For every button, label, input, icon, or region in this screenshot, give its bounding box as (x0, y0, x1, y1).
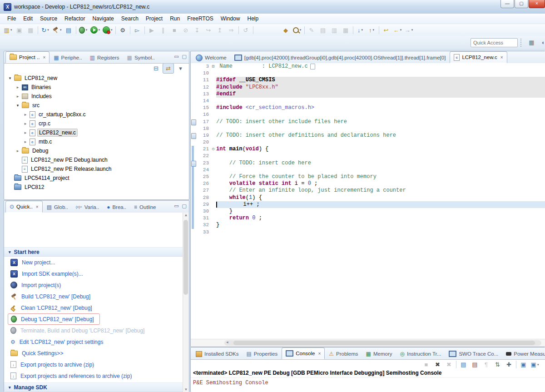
tab-problems[interactable]: ⚠Problems (325, 348, 362, 359)
tab-breakpoints[interactable]: ●Brea.. (103, 202, 130, 213)
menu-project[interactable]: Project (142, 15, 166, 23)
line-number[interactable]: 31 (197, 215, 210, 222)
menu-refactor[interactable]: Refactor (61, 15, 89, 23)
last-edit-location-button[interactable]: ↩ (381, 25, 392, 35)
code-text[interactable]: // TODO: insert other definitions and de… (216, 132, 545, 139)
line-number[interactable]: 33 (197, 229, 210, 236)
code-line-33[interactable]: 33 (191, 229, 545, 236)
line-number[interactable]: 32 (197, 222, 210, 228)
code-text[interactable]: int main(void) { (216, 146, 545, 153)
expander-icon[interactable]: ▸ (15, 85, 20, 89)
tree-item-mtb-c[interactable]: ▸cmtb.c (6, 137, 189, 146)
menu-search[interactable]: Search (118, 15, 142, 23)
remove-launch-button[interactable]: ✖ (432, 359, 443, 370)
select-tool-button[interactable]: ▻ (132, 25, 143, 35)
code-text[interactable]: #ifdef __USE_CMSIS (216, 77, 545, 84)
cpp-perspective-button[interactable]: ◖ (537, 37, 545, 48)
back-button[interactable]: ←▾ (392, 25, 403, 35)
tree-item-lcp812-new-pe-release-launch[interactable]: ≡LCP812_new PE Release.launch (6, 164, 189, 174)
qs-item-quick-settings[interactable]: Quick Settings>> (10, 347, 183, 359)
build-all-button[interactable]: ▤ (63, 25, 74, 35)
code-text[interactable]: // TODO: insert other include files here (216, 119, 545, 125)
menu-freertos[interactable]: FreeRTOS (183, 15, 217, 23)
tab-registers[interactable]: ▥Registers (86, 52, 123, 63)
code-text[interactable]: // Force the counter to be placed into m… (216, 174, 545, 180)
tree-item-lcp812-new-c[interactable]: ▸cLCP812_new.c (6, 128, 189, 137)
line-number[interactable]: 18 (197, 125, 210, 132)
line-number[interactable]: 28 (197, 194, 210, 201)
line-number[interactable]: 10 (197, 70, 210, 77)
tree-item-lcp812-new[interactable]: ▾LCP812_new (6, 74, 189, 83)
maximize-view-button[interactable]: ▢ (182, 54, 187, 59)
scrollbar-thumb[interactable] (183, 220, 188, 295)
fold-toggle-icon[interactable]: ⊖ (210, 146, 216, 153)
tab-power-measurement[interactable]: Power Measur... (502, 348, 545, 359)
build-button[interactable]: ▾ (51, 25, 63, 35)
line-number[interactable]: 3 (197, 63, 210, 70)
menu-navigate[interactable]: Navigate (89, 15, 117, 23)
minimize-view-button[interactable]: ▭ (174, 54, 178, 59)
debug-button[interactable]: ▾ (78, 25, 89, 35)
code-text[interactable]: // Enter an infinite loop, just incremen… (216, 187, 545, 194)
code-line-28[interactable]: 28 while(1) { (191, 194, 545, 201)
qs-item-new-project[interactable]: XNew project... (10, 257, 183, 268)
line-number[interactable]: 26 (197, 180, 210, 187)
scroll-up-icon[interactable]: ▲ (183, 213, 189, 217)
code-text[interactable]: #include <cr_section_macros.h> (216, 104, 545, 111)
code-line-15[interactable]: 15#include <cr_section_macros.h> (191, 104, 545, 111)
code-text[interactable]: return 0 ; (216, 215, 545, 222)
scroll-down-icon[interactable]: ▼ (183, 387, 189, 392)
line-number[interactable]: 21 (197, 146, 210, 153)
line-number[interactable]: 27 (197, 187, 210, 194)
profile-button[interactable]: ▾ (101, 25, 114, 35)
line-number[interactable]: 22 (197, 153, 210, 159)
code-line-18[interactable]: 18 (191, 125, 545, 132)
expander-icon[interactable]: ▾ (8, 76, 12, 80)
tree-item-lcp812-new-pe-debug-launch[interactable]: ≡LCP812_new PE Debug.launch (6, 155, 189, 164)
open-element-button[interactable]: ◆ (280, 25, 292, 35)
line-number[interactable]: 17 (197, 119, 210, 125)
expander-icon[interactable]: ▾ (15, 103, 20, 108)
line-number[interactable]: 30 (197, 208, 210, 215)
forward-button[interactable]: →▾ (403, 25, 415, 35)
code-line-32[interactable]: 32} (191, 222, 545, 228)
code-line-19[interactable]: 19// TODO: insert other definitions and … (191, 132, 545, 139)
refresh-button[interactable]: ↻▾ (40, 25, 51, 35)
line-number[interactable]: 20 (197, 139, 210, 146)
expander-icon[interactable]: ▸ (23, 139, 28, 144)
qs-item-build-lcp812-new-debug[interactable]: Build 'LCP812_new' [Debug] (10, 291, 183, 302)
code-line-31[interactable]: 31 return 0 ; (191, 215, 545, 222)
expander-icon[interactable]: ▸ (23, 121, 28, 126)
code-line-14[interactable]: 14 (191, 98, 545, 104)
code-text[interactable]: Name : LCP812_new.c (216, 63, 545, 70)
line-number[interactable]: 12 (197, 84, 210, 91)
quickstart-scrollbar[interactable]: ▲ ▼ (183, 213, 189, 392)
tab-swo-trace[interactable]: SWO Trace Co... (445, 348, 502, 359)
scroll-left-icon[interactable]: ◂ (226, 340, 228, 344)
code-text[interactable]: #endif (216, 91, 545, 98)
tab-memory[interactable]: ▦Memory (362, 348, 396, 359)
tab-global-variables[interactable]: ▤Glob.. (43, 202, 72, 213)
code-text[interactable]: volatile static int i = 0 ; (216, 180, 545, 187)
qs-item-clean-lcp812-new-debug[interactable]: Clean 'LCP812_new' [Debug] (10, 302, 183, 313)
tab-symbol-viewer[interactable]: ▩Symbol.. (124, 52, 159, 63)
tab-quickstart[interactable]: ⊙Quick..× (5, 201, 43, 213)
settings-button[interactable]: ⚙ (117, 25, 129, 35)
code-line-20[interactable]: 20 (191, 139, 545, 146)
maximize-window-button[interactable]: ▢ (515, 0, 528, 8)
scroll-lock-button[interactable]: ⇅ (492, 359, 503, 370)
close-tab-icon[interactable]: × (318, 351, 321, 356)
code-text[interactable]: while(1) { (216, 194, 545, 201)
line-number[interactable]: 16 (197, 111, 210, 118)
code-line-10[interactable]: 10 (191, 70, 545, 77)
pin-console-button[interactable]: ✚ (503, 359, 515, 370)
minimize-view-button[interactable]: ▭ (174, 203, 178, 208)
code-line-11[interactable]: 11#ifdef __USE_CMSIS (191, 77, 545, 84)
line-number[interactable]: 13 (197, 91, 210, 98)
tab-console[interactable]: Console× (282, 347, 325, 359)
line-number[interactable]: 23 (197, 160, 210, 167)
tree-item-binaries[interactable]: ▸01Binaries (6, 83, 189, 92)
qs-item-export-projects-to-archive-zip[interactable]: ↓Export projects to archive (zip) (10, 359, 183, 370)
code-line-30[interactable]: 30 } (191, 208, 545, 215)
expander-icon[interactable]: ▸ (15, 149, 20, 153)
